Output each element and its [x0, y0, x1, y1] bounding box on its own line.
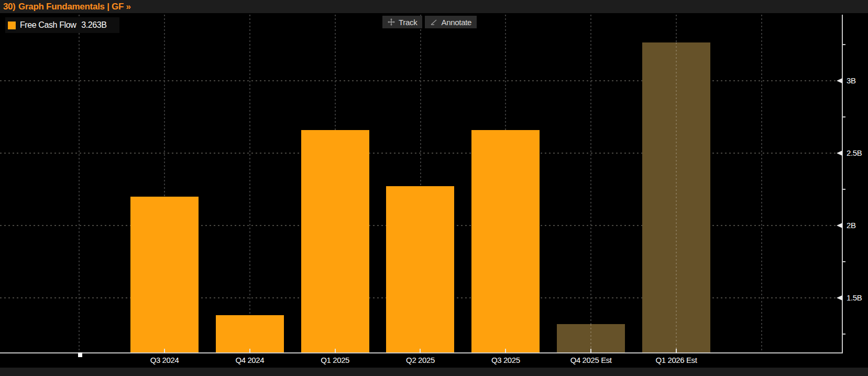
chart-toolbar: Track Annotate: [382, 16, 477, 28]
x-axis-line: [0, 352, 842, 353]
axis-origin-marker: [78, 352, 82, 357]
bar-q2-2025[interactable]: [386, 186, 454, 353]
y-axis-minor-tick: [842, 261, 845, 262]
y-axis-minor-tick: [842, 189, 845, 190]
annotate-button[interactable]: Annotate: [425, 16, 477, 28]
gridline-vertical: [761, 15, 762, 353]
bar-q3-2025[interactable]: [471, 130, 540, 353]
x-axis-label: Q3 2024: [123, 356, 206, 364]
bar-q1-2025[interactable]: [301, 130, 369, 353]
bar-q3-2024[interactable]: [130, 197, 199, 353]
bloomberg-gf-window: 30) Graph Fundamentals | GF » 1.5B2B2.5B…: [0, 0, 868, 376]
x-axis-tick: [164, 349, 165, 353]
track-button[interactable]: Track: [382, 16, 422, 28]
gridline-vertical: [79, 15, 80, 353]
x-axis-tick: [420, 349, 421, 353]
y-axis-tick-arrow-icon: [837, 295, 842, 300]
track-button-label: Track: [399, 18, 417, 27]
legend-free-cash-flow[interactable]: Free Cash Flow 3.263B: [5, 17, 119, 33]
page-title: Graph Fundamentals | GF »: [18, 2, 131, 12]
y-axis-label: 1.5B: [847, 293, 862, 302]
y-axis-minor-tick: [842, 334, 845, 335]
bar-q1-2026-est[interactable]: [642, 42, 710, 353]
y-axis-tick-arrow-icon: [837, 151, 842, 156]
x-axis-label: Q3 2025: [464, 356, 547, 364]
pencil-angle-icon: [430, 19, 437, 26]
bottom-panel: [0, 368, 868, 376]
x-axis-label: Q4 2025 Est: [549, 356, 633, 364]
x-axis-tick: [249, 349, 250, 353]
x-axis-tick: [590, 349, 591, 353]
gridline-vertical: [249, 15, 250, 353]
y-axis-tick-arrow-icon: [837, 223, 842, 228]
y-axis-line: [842, 15, 843, 353]
x-axis-tick: [505, 349, 506, 353]
gridline-vertical: [590, 15, 591, 353]
x-axis-label: Q4 2024: [208, 356, 292, 364]
menu-number: 30): [3, 2, 15, 12]
y-axis-label: 2B: [847, 221, 856, 230]
y-axis-minor-tick: [842, 44, 845, 45]
x-axis-label: Q2 2025: [378, 356, 462, 364]
y-axis-minor-tick: [842, 116, 845, 117]
y-axis-tick-arrow-icon: [837, 78, 842, 83]
x-axis-tick: [335, 349, 336, 353]
legend-value: 3.263B: [81, 20, 106, 30]
annotate-button-label: Annotate: [441, 18, 471, 27]
legend-swatch-icon: [8, 22, 16, 29]
y-axis-label: 3B: [847, 76, 856, 85]
y-axis-label: 2.5B: [847, 148, 862, 157]
legend-label: Free Cash Flow: [20, 20, 76, 30]
x-axis-label: Q1 2026 Est: [634, 356, 718, 364]
gridline-over-estimate-bar: [676, 42, 677, 353]
titlebar[interactable]: 30) Graph Fundamentals | GF »: [0, 0, 868, 14]
x-axis-tick: [676, 349, 677, 353]
x-axis-label: Q1 2025: [293, 356, 377, 364]
crosshair-icon: [388, 18, 395, 26]
bar-q4-2024[interactable]: [216, 315, 284, 353]
